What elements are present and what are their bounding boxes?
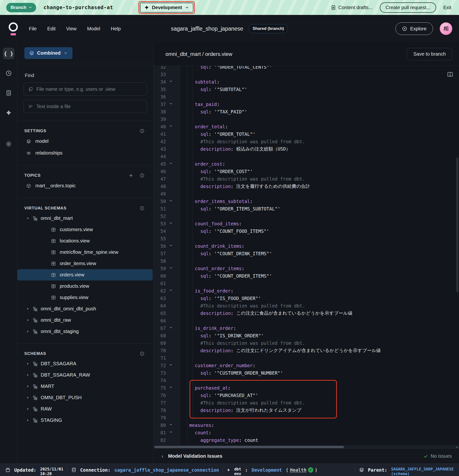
horizontal-scrollbar[interactable]: ▸ [153,445,459,449]
schema-item-dbt-ssagara-raw[interactable]: DBT_SSAGARA_RAW [17,369,153,381]
gutter-line: 79 [153,414,180,421]
menu-bar: File Edit View Model Help [29,26,121,32]
connection-value[interactable]: sagara_jaffle_shop_japanese_connection [114,467,219,473]
gutter-line: 73 [153,369,180,377]
environment-value[interactable]: Development [252,467,282,473]
combined-mode-dropdown[interactable]: Combined [24,47,72,59]
code-line [180,354,459,362]
info-icon[interactable] [140,173,144,178]
gutter-line[interactable]: 37 [153,100,180,108]
schema-group-omni-dbt-mart[interactable]: omni_dbt_mart [17,212,153,224]
menu-help[interactable]: Help [111,26,121,32]
page-title: sagara_jaffle_shop_japanese [171,26,243,32]
branch-dropdown-button[interactable]: Branch [6,3,36,12]
create-pull-request-button[interactable]: Create pull request... [380,2,436,13]
info-icon[interactable] [140,128,144,133]
info-icon[interactable] [140,351,144,356]
gutter-line[interactable]: 62 [153,287,180,294]
sidebar-item-topic[interactable]: mart__orders.topic [17,180,153,192]
explore-button[interactable]: Explore [395,22,433,35]
gutter-line[interactable]: 72 [153,362,180,369]
content-drafts-label: Content drafts... [338,5,373,10]
schema-group-omni-dbt-raw[interactable]: omni_dbt_raw [17,314,153,326]
gutter-line[interactable]: 56 [153,242,180,250]
text-search-box[interactable] [24,100,147,113]
schema-group-omni-dbt-staging[interactable]: omni_dbt_staging [17,326,153,337]
text-search-input[interactable] [36,104,142,109]
branch-annotation-bar: Branch change-to-purchased-at Developmen… [0,0,459,15]
schema-item-mart[interactable]: MART [17,381,153,392]
parent-value[interactable]: SAGARA_JAFFLE_SHOP_JAPANESE (schema) [391,467,454,476]
rail-validation-button[interactable] [3,87,14,99]
code-line: count_order_items: [180,265,459,272]
code-line: #This description was pulled from dbt. [180,138,459,145]
rail-history-button[interactable] [3,68,14,79]
schema-item-omni-dbt-push[interactable]: OMNI_DBT_PUSH [17,392,153,403]
gutter-line[interactable]: 75 [153,384,180,391]
view-item-metricflow-time-spine[interactable]: metricflow_time_spine.view [17,246,153,258]
gutter-line[interactable]: 40 [153,123,180,130]
gutter-line[interactable]: 34 [153,78,180,85]
env-colon: : [245,467,247,473]
gutter-line: 43 [153,145,180,153]
view-item-supplies[interactable]: supplies.view [17,292,153,303]
info-icon[interactable] [140,206,144,211]
schema-item-staging[interactable]: STAGING [17,415,153,426]
code-lines[interactable]: sql: '"ORDER_TOTAL_CENTS"'subtotal:sql: … [180,66,459,449]
code-line: sql: '"ORDER_TOTAL_CENTS"' [180,66,459,70]
file-search-input[interactable] [36,86,142,92]
view-item-label: customers.view [60,227,93,232]
view-item-orders-selected[interactable]: orders.view [17,269,153,280]
updated-value: 2025/11/01 10:20 [40,467,63,476]
schema-tree-icon [33,318,38,323]
health-link[interactable]: Health [290,467,306,473]
view-item-locations[interactable]: locations.view [17,235,153,246]
rail-settings-button[interactable] [3,138,14,150]
gutter-line[interactable]: 53 [153,220,180,227]
save-to-branch-button[interactable]: Save to branch [407,48,452,60]
gutter-line[interactable]: 80 [153,421,180,429]
gutter-line[interactable]: 67 [153,324,180,332]
gutter-line[interactable]: 45 [153,160,180,168]
schema-group-omni-dbt-push[interactable]: omni_dbt_omni_dbt_push [17,303,153,314]
gutter-line[interactable]: 50 [153,197,180,205]
code-line: customer_order_number: [180,362,459,369]
menu-file[interactable]: File [29,26,37,32]
view-item-customers[interactable]: customers.view [17,224,153,235]
avatar[interactable]: 相 [440,22,452,35]
content-drafts-button[interactable]: Content drafts... [331,5,373,10]
file-search-box[interactable] [24,83,147,96]
vertical-scrollbar[interactable] [456,157,458,292]
code-line: purchased_at: [180,384,459,391]
environment-dropdown-button[interactable]: Development [140,3,194,13]
scrollbar-thumb[interactable] [154,446,344,448]
add-topic-icon[interactable] [129,173,133,178]
shared-branch-badge[interactable]: Shared (branch) [248,24,288,33]
rail-model-ide-button[interactable]: { } [3,48,14,59]
view-item-products[interactable]: products.view [17,280,153,292]
gutter-line[interactable]: 81 [153,429,180,436]
gutter-line[interactable]: 59 [153,265,180,272]
rail-dbt-button[interactable] [3,107,14,119]
view-item-label: orders.view [60,272,84,278]
code-line: measures: [180,421,459,429]
book-docs-icon[interactable] [447,71,453,77]
scroll-right-arrow[interactable]: ▸ [456,445,458,449]
schema-item-raw[interactable]: RAW [17,403,153,415]
code-editor[interactable]: 3233343536373839404142434445464748495051… [153,66,459,449]
health-status[interactable]: (Health ✓ ) [286,467,318,473]
sidebar-item-relationships[interactable]: relationships [17,147,153,159]
menu-model[interactable]: Model [87,26,100,32]
menu-edit[interactable]: Edit [47,26,55,32]
model-validation-bar[interactable]: › Model Validation Issues No issues [153,449,459,463]
menu-view[interactable]: View [66,26,76,32]
view-item-order-items[interactable]: order_items.view [17,258,153,269]
file-copy-icon [28,87,33,92]
code-line [180,257,459,265]
topbar-divider [133,4,133,11]
exit-button[interactable]: Exit [443,5,451,10]
schema-item-dbt-ssagara[interactable]: DBT_SSAGARA [17,358,153,369]
code-line: is_drink_order: [180,324,459,332]
gutter-line: 35 [153,85,180,93]
sidebar-item-model[interactable]: model [17,135,153,147]
